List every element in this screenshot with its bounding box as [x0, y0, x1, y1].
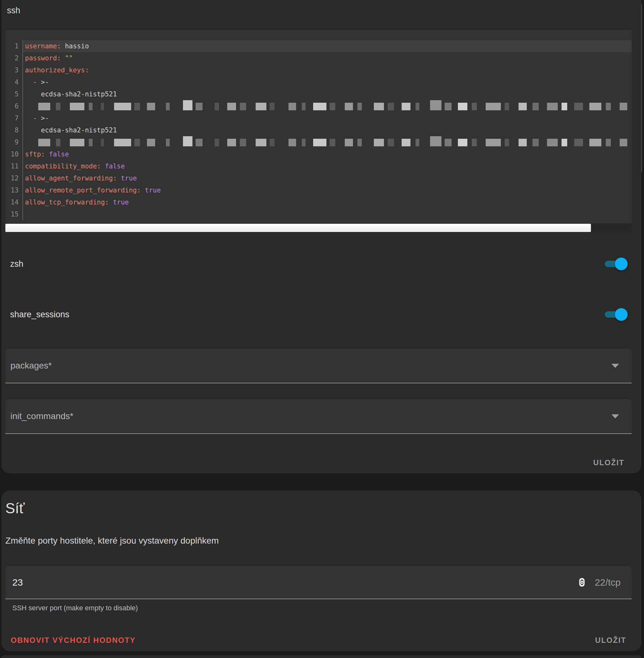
- init-commands-select[interactable]: init_commands*: [5, 399, 632, 434]
- line-number: 14: [5, 196, 23, 208]
- toggle-row-zsh: zsh: [5, 251, 632, 276]
- reset-defaults-button[interactable]: OBNOVIT VÝCHOZÍ HODNOTY: [9, 633, 137, 648]
- network-title: Síť: [5, 500, 25, 517]
- ssh-port-helper-text: SSH server port (make empty to disable): [12, 604, 138, 612]
- redacted-key-content: [23, 136, 632, 148]
- editor-line[interactable]: 5 ecdsa-sha2-nistp521: [5, 88, 632, 100]
- line-content: [23, 208, 632, 220]
- container-port-label: 22/tcp: [595, 577, 621, 588]
- line-content: username: hassio: [23, 40, 632, 52]
- yaml-editor-content[interactable]: 1username: hassio2password: ""3authorize…: [5, 30, 632, 223]
- editor-horizontal-scrollbar-track[interactable]: [5, 223, 632, 232]
- editor-line[interactable]: 14allow_tcp_forwarding: true: [5, 196, 632, 208]
- line-content: password: "": [23, 52, 632, 64]
- editor-line[interactable]: 10sftp: false: [5, 148, 632, 160]
- toggle-thumb: [615, 257, 627, 270]
- editor-line[interactable]: 9: [5, 136, 632, 148]
- ssh-port-field[interactable]: 22/tcp: [5, 566, 632, 599]
- ssh-port-input[interactable]: [5, 577, 579, 588]
- line-number: 15: [5, 208, 23, 220]
- toggle-row-share-sessions: share_sessions: [5, 302, 632, 327]
- page-scrollbar-thumb[interactable]: [641, 4, 642, 172]
- save-network-button[interactable]: ULOŽIT: [593, 633, 628, 648]
- line-number: 9: [5, 136, 23, 148]
- editor-line[interactable]: 15: [5, 208, 632, 220]
- editor-line[interactable]: 8 ecdsa-sha2-nistp521: [5, 124, 632, 136]
- line-number: 10: [5, 148, 23, 160]
- line-content: sftp: false: [23, 148, 632, 160]
- line-content: allow_remote_port_forwarding: true: [23, 184, 632, 196]
- yaml-editor[interactable]: 1username: hassio2password: ""3authorize…: [5, 30, 632, 232]
- next-card-edge: [2, 656, 641, 658]
- packages-select-label: packages*: [5, 361, 612, 371]
- zsh-label: zsh: [5, 259, 605, 269]
- config-card: ssh 1username: hassio2password: ""3autho…: [2, 0, 641, 473]
- line-number: 13: [5, 184, 23, 196]
- editor-line[interactable]: 6: [5, 100, 632, 112]
- editor-line[interactable]: 3authorized_keys:: [5, 64, 632, 76]
- line-number: 8: [5, 124, 23, 136]
- line-content: ecdsa-sha2-nistp521: [23, 88, 632, 100]
- line-number: 2: [5, 52, 23, 64]
- packages-select[interactable]: packages*: [5, 348, 632, 383]
- editor-line[interactable]: 11compatibility_mode: false: [5, 160, 632, 172]
- line-number: 3: [5, 64, 23, 76]
- line-content: - >-: [23, 112, 632, 124]
- number-stepper-icon[interactable]: [579, 578, 584, 587]
- line-number: 7: [5, 112, 23, 124]
- editor-line[interactable]: 1username: hassio: [5, 40, 632, 52]
- redacted-key-content: [23, 100, 632, 112]
- editor-line[interactable]: 12allow_agent_forwarding: true: [5, 172, 632, 184]
- line-content: allow_agent_forwarding: true: [23, 172, 632, 184]
- editor-horizontal-scrollbar-thumb[interactable]: [5, 224, 591, 232]
- network-description: Změňte porty hostitele, které jsou vysta…: [5, 536, 219, 546]
- line-content: allow_tcp_forwarding: true: [23, 196, 632, 208]
- network-card: Síť Změňte porty hostitele, které jsou v…: [2, 491, 641, 651]
- editor-line[interactable]: 4 - >-: [5, 76, 632, 88]
- line-content: - >-: [23, 76, 632, 88]
- zsh-toggle[interactable]: [605, 260, 624, 268]
- toggle-thumb: [615, 308, 627, 321]
- chevron-down-icon: [612, 414, 619, 418]
- chevron-down-icon: [612, 364, 619, 368]
- line-content: compatibility_mode: false: [23, 160, 632, 172]
- editor-line[interactable]: 2password: "": [5, 52, 632, 64]
- line-number: 11: [5, 160, 23, 172]
- line-number: 6: [5, 100, 23, 112]
- ssh-section-label: ssh: [7, 6, 20, 16]
- line-number: 1: [5, 40, 23, 52]
- editor-line[interactable]: 13allow_remote_port_forwarding: true: [5, 184, 632, 196]
- network-actions-row: OBNOVIT VÝCHOZÍ HODNOTY ULOŽIT: [2, 629, 641, 651]
- share-sessions-label: share_sessions: [5, 310, 605, 319]
- line-number: 4: [5, 76, 23, 88]
- line-content: ecdsa-sha2-nistp521: [23, 124, 632, 136]
- editor-line[interactable]: 7 - >-: [5, 112, 632, 124]
- line-number: 5: [5, 88, 23, 100]
- init-commands-select-label: init_commands*: [5, 411, 612, 421]
- save-config-button[interactable]: ULOŽIT: [591, 455, 626, 470]
- line-number: 12: [5, 172, 23, 184]
- share-sessions-toggle[interactable]: [605, 311, 624, 318]
- line-content: authorized_keys:: [23, 64, 632, 76]
